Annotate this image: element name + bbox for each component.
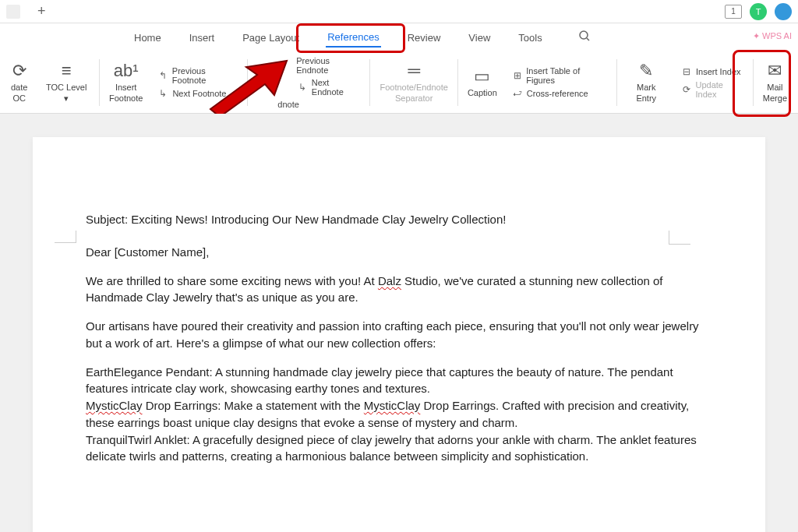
ribbon: ⟳ date OC ≡ TOC Level ▾ ab¹ Insert Footn… [0, 51, 798, 114]
mail-merge-button[interactable]: ✉ Mail Merge [755, 56, 795, 107]
svg-line-1 [587, 38, 589, 41]
next-icon: ↳ [157, 88, 169, 99]
mark-entry-icon: ✎ [639, 61, 653, 81]
para-products: EarthElegance Pendant: A stunning handma… [86, 364, 712, 466]
update-index-icon: ⟳ [680, 84, 692, 95]
prev-footnote-button[interactable]: ↰Previous Footnote [157, 66, 239, 85]
tab-review[interactable]: Review [406, 29, 443, 47]
greeting: Dear [Customer Name], [86, 244, 712, 261]
next-footnote-button[interactable]: ↳Next Footnote [157, 88, 239, 99]
tab-tools[interactable]: Tools [517, 29, 543, 47]
update-index-button[interactable]: ⟳Update Index [680, 80, 745, 99]
tab-view[interactable]: View [467, 29, 492, 47]
margin-marker [669, 231, 690, 245]
dnote-label: dnote [277, 100, 362, 109]
notification-badge[interactable]: 1 [725, 5, 742, 19]
insert-footnote-button[interactable]: ab¹ Insert Footnote [101, 56, 150, 107]
tof-icon: ⊞ [511, 70, 524, 81]
tab-page-layout[interactable]: Page Layout [241, 29, 301, 47]
caption-icon: ▭ [474, 66, 490, 86]
tab-home[interactable]: Home [132, 29, 163, 47]
search-icon[interactable] [578, 30, 591, 45]
caption-button[interactable]: ▭ Caption [460, 62, 505, 103]
insert-index-button[interactable]: ⊟Insert Index [680, 66, 745, 77]
user-avatar[interactable]: T [750, 3, 767, 20]
tab-insert[interactable]: Insert [188, 29, 217, 47]
new-tab-button[interactable]: + [37, 3, 46, 19]
insert-index-icon: ⊟ [680, 66, 693, 77]
para-artisans: Our artisans have poured their creativit… [86, 318, 712, 352]
refresh-icon: ⟳ [12, 61, 26, 81]
svg-point-0 [580, 31, 588, 39]
mail-icon: ✉ [768, 61, 782, 81]
next-endnote-button[interactable]: ↳Next Endnote [296, 78, 362, 97]
wps-ai-button[interactable]: ✦ WPS AI [753, 31, 792, 41]
title-bar: + 1 T [0, 0, 798, 23]
mark-entry-button[interactable]: ✎ Mark Entry [618, 56, 674, 107]
margin-marker [55, 231, 76, 243]
crossref-icon: ⮐ [511, 88, 524, 99]
toc-level-icon: ≡ [62, 61, 72, 81]
next-endnote-icon: ↳ [296, 82, 309, 93]
update-toc-button[interactable]: ⟳ date OC [3, 56, 35, 107]
prev-icon: ↰ [157, 70, 168, 81]
footnote-icon: ab¹ [114, 61, 139, 81]
separator-icon: ═ [408, 61, 420, 81]
prev-endnote-button[interactable]: Previous Endnote [296, 56, 362, 75]
footnote-separator-button[interactable]: ═ Footnote/Endnote Separator [372, 56, 455, 107]
cross-reference-button[interactable]: ⮐Cross-reference [511, 88, 609, 99]
collab-avatar[interactable] [775, 3, 792, 20]
toc-level-dropdown[interactable]: ≡ TOC Level ▾ [35, 56, 97, 107]
doc-tab[interactable] [6, 5, 20, 19]
document-body[interactable]: Subject: Exciting News! Introducing Our … [86, 211, 712, 465]
insert-tof-button[interactable]: ⊞Insert Table of Figures [511, 66, 609, 85]
subject-line: Subject: Exciting News! Introducing Our … [86, 211, 712, 228]
menu-bar: Home Insert Page Layout References Revie… [0, 23, 798, 51]
tab-references[interactable]: References [326, 28, 380, 48]
document-area: Subject: Exciting News! Introducing Our … [0, 114, 798, 532]
para-intro: We are thrilled to share some exciting n… [86, 273, 712, 307]
document-page[interactable]: Subject: Exciting News! Introducing Our … [33, 137, 765, 532]
